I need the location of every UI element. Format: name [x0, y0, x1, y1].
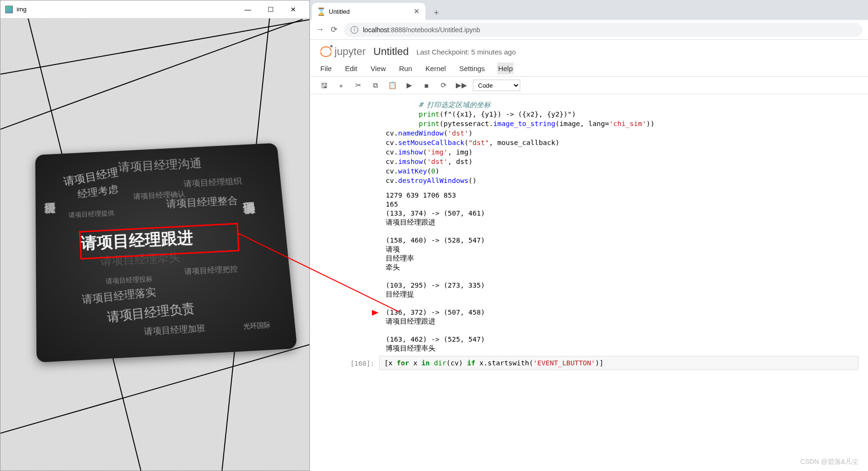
cell-type-select[interactable]: Code — [473, 80, 520, 91]
opencv-window-title: img — [17, 6, 236, 13]
browser-window: ⌛ Untitled ✕ + → ⟳ i localhost:8888/note… — [310, 0, 868, 471]
new-tab-button[interactable]: + — [429, 6, 443, 20]
url-text: localhost:8888/notebooks/Untitled.ipynb — [363, 26, 480, 34]
pad-text: 请项目经理把控 — [184, 264, 238, 277]
site-info-icon[interactable]: i — [351, 26, 358, 34]
tab-close-button[interactable]: ✕ — [414, 7, 420, 16]
pad-text: 请项目经理沟通 — [118, 155, 202, 175]
forward-button[interactable]: → — [316, 25, 324, 35]
copy-button[interactable]: ⧉ — [371, 81, 380, 90]
notebook-name[interactable]: Untitled — [373, 45, 409, 58]
jupyter-header: jupyter Untitled Last Checkpoint: 5 minu… — [310, 40, 868, 61]
jupyter-logo[interactable]: jupyter — [319, 45, 366, 58]
pad-text: 请项目经理加班 — [144, 322, 206, 337]
code-cell[interactable]: [160]: [x for x in dir(cv) if x.startswi… — [319, 356, 859, 370]
pad-text: 请项目经理落实 — [81, 285, 157, 307]
tab-strip: ⌛ Untitled ✕ + — [310, 0, 868, 20]
notebook-area[interactable]: # 打印选定区域的坐标 print(f"({x1}, {y1}) -> ({x2… — [310, 94, 868, 468]
opencv-titlebar[interactable]: img — ☐ ✕ — [0, 0, 309, 18]
menu-edit[interactable]: Edit — [344, 63, 358, 74]
tab-title: Untitled — [329, 8, 410, 15]
pad-text: 请项目经理负责 — [106, 299, 196, 326]
menu-settings[interactable]: Settings — [458, 63, 486, 74]
menu-file[interactable]: File — [319, 63, 333, 74]
menu-kernel[interactable]: Kernel — [425, 63, 447, 74]
save-button[interactable]: 🖫 — [319, 82, 329, 90]
url-field[interactable]: i localhost:8888/notebooks/Untitled.ipyn… — [344, 23, 862, 37]
address-bar: → ⟳ i localhost:8888/notebooks/Untitled.… — [310, 20, 868, 40]
run-all-button[interactable]: ▶▶ — [456, 81, 465, 90]
code-input[interactable]: [x for x in dir(cv) if x.startswith('EVE… — [379, 356, 859, 370]
reload-button[interactable]: ⟳ — [331, 25, 337, 35]
checkpoint-text: Last Checkpoint: 5 minutes ago — [416, 48, 516, 56]
menubar: File Edit View Run Kernel Settings Help — [310, 61, 868, 77]
browser-tab[interactable]: ⌛ Untitled ✕ — [312, 3, 425, 20]
jupyter-logo-text: jupyter — [335, 45, 366, 58]
opencv-app-icon — [5, 6, 13, 13]
watermark: CSDN @碧落&凡尘 — [800, 458, 859, 466]
code-cell[interactable]: # 打印选定区域的坐标 print(f"({x1}, {y1}) -> ({x2… — [319, 96, 859, 355]
stop-button[interactable]: ■ — [422, 82, 431, 90]
pad-text-vertical: 请项目经理协调 — [240, 193, 256, 194]
code-content: # 打印选定区域的坐标 print(f"({x1}, {y1}) -> ({x2… — [319, 96, 859, 189]
pad-text: 请项目经理组织 — [183, 176, 242, 190]
output-text: 1279 639 1706 853 165 (133, 374) -> (507… — [319, 189, 859, 355]
menu-help[interactable]: Help — [497, 63, 514, 74]
add-cell-button[interactable]: + — [336, 82, 346, 90]
minimize-button[interactable]: — — [236, 2, 259, 17]
menu-run[interactable]: Run — [398, 63, 413, 74]
restart-button[interactable]: ⟳ — [439, 81, 448, 90]
jupyter-logo-icon — [319, 45, 332, 58]
pad-logo: 光环国际 — [243, 321, 271, 331]
pad-text: 请项目经理投标 — [106, 275, 153, 286]
close-button[interactable]: ✕ — [282, 2, 305, 17]
paste-button[interactable]: 📋 — [388, 81, 397, 90]
code-input-row: [160]: [x for x in dir(cv) if x.startswi… — [319, 356, 859, 370]
pad-text-vertical: 请项目经理解决 — [43, 194, 57, 195]
jupyter-tab-icon: ⌛ — [317, 8, 325, 15]
opencv-window: img — ☐ ✕ 请项目经理沟通 请项目经理 请项目经理组织 经理考虑 请项目… — [0, 0, 310, 471]
maximize-button[interactable]: ☐ — [259, 2, 282, 17]
cut-button[interactable]: ✂ — [353, 81, 363, 90]
annotation-arrow-head — [372, 310, 379, 316]
pad-text: 请项目经理提供 — [68, 209, 114, 219]
window-controls: — ☐ ✕ — [236, 2, 305, 17]
toolbar: 🖫 + ✂ ⧉ 📋 ▶ ■ ⟳ ▶▶ Code — [310, 77, 868, 94]
run-button[interactable]: ▶ — [405, 81, 414, 90]
cell-prompt: [160]: — [319, 356, 379, 370]
menu-view[interactable]: View — [370, 63, 387, 74]
